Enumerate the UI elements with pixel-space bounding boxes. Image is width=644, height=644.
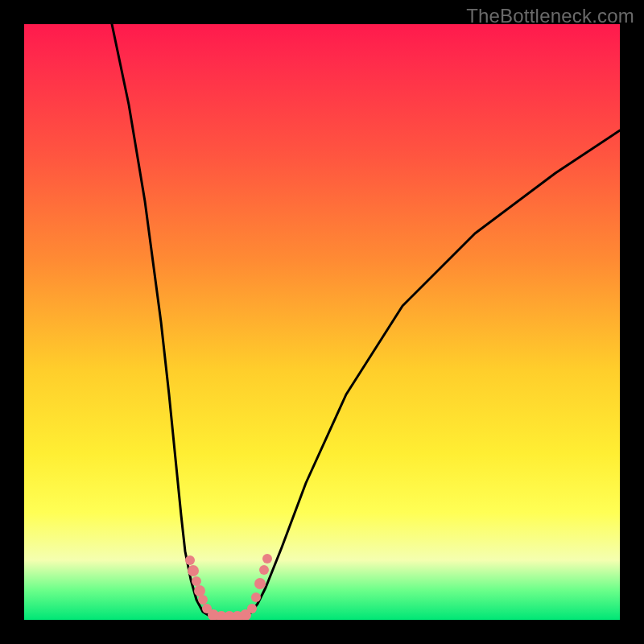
chart-frame: TheBottleneck.com	[0, 0, 644, 644]
v-curve-path	[112, 24, 620, 618]
data-marker	[254, 578, 266, 589]
data-marker	[188, 565, 199, 576]
data-marker	[198, 595, 208, 605]
data-marker	[247, 604, 257, 613]
data-marker	[185, 555, 195, 565]
bottleneck-curve	[24, 24, 620, 620]
data-marker	[259, 565, 269, 575]
plot-area	[24, 24, 620, 620]
data-marker	[262, 554, 272, 564]
data-marker	[194, 585, 205, 597]
data-marker	[192, 576, 201, 586]
data-marker	[251, 592, 261, 602]
